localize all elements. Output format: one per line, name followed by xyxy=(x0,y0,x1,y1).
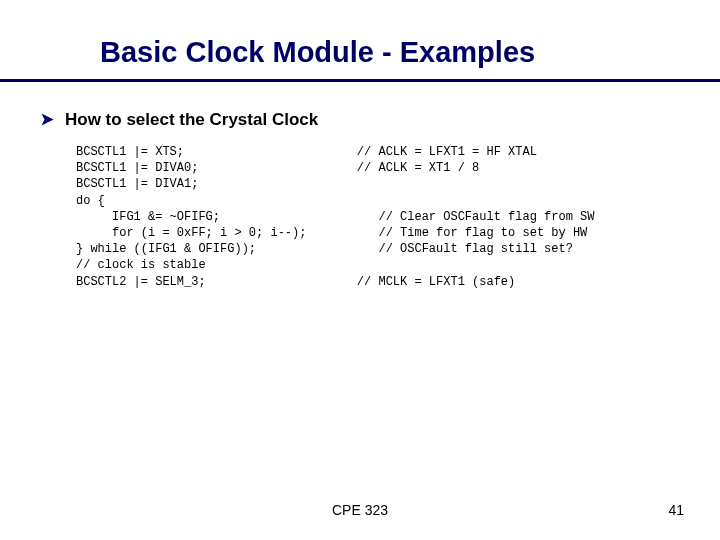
page-title: Basic Clock Module - Examples xyxy=(100,36,700,69)
svg-marker-0 xyxy=(42,114,54,126)
title-area: Basic Clock Module - Examples xyxy=(0,0,720,75)
page-number: 41 xyxy=(668,502,684,518)
body-area: How to select the Crystal Clock BCSCTL1 … xyxy=(0,82,720,290)
slide: Basic Clock Module - Examples How to sel… xyxy=(0,0,720,540)
bullet-item: How to select the Crystal Clock xyxy=(40,110,680,130)
arrow-bullet-icon xyxy=(40,112,55,127)
footer-center: CPE 323 xyxy=(332,502,388,518)
code-block: BCSCTL1 |= XTS; // ACLK = LFXT1 = HF XTA… xyxy=(76,144,680,290)
bullet-text: How to select the Crystal Clock xyxy=(65,110,318,130)
